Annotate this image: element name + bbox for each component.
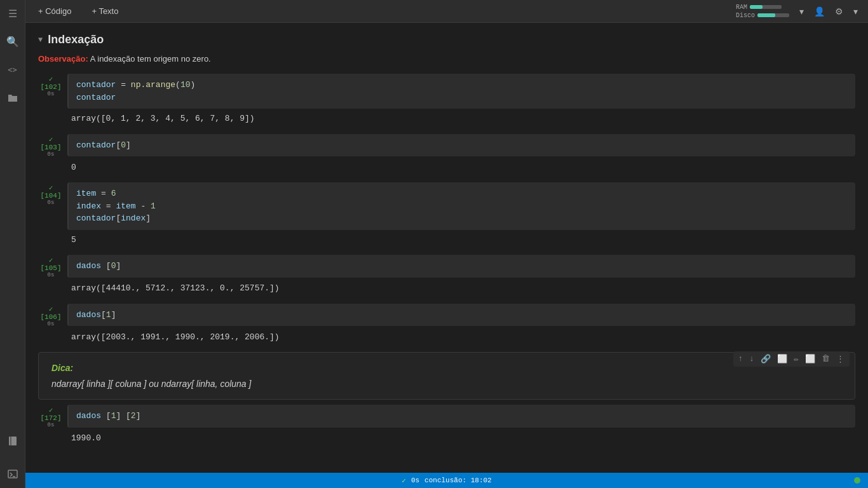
- more-icon[interactable]: ⋮: [835, 353, 846, 365]
- cell-172-output: 1990.0: [38, 428, 855, 449]
- disk-progress: [757, 13, 789, 17]
- section-header: ▼ Indexação: [38, 33, 855, 46]
- cell-104-check: ✓: [49, 184, 53, 192]
- cell-104-number: [104]: [40, 192, 61, 200]
- cell-103-code[interactable]: contador[0]: [67, 134, 855, 157]
- toolbar-right: RAM Disco ▾ 👤 ⚙ ▾: [736, 4, 860, 19]
- text-cell-dica: ↑ ↓ 🔗 ⬜ ✏ ⬜ 🗑 ⋮ Dica: ndarray[ linha ][ …: [38, 352, 855, 400]
- disk-fill: [757, 13, 775, 17]
- notebook-icon[interactable]: [4, 432, 22, 450]
- cell-105-check: ✓: [49, 256, 53, 264]
- cell-172-check: ✓: [49, 406, 53, 414]
- move-down-icon[interactable]: ↓: [748, 353, 756, 365]
- cell-104: ✓ [104] 0s item = 6 index = item - 1 con…: [38, 182, 855, 250]
- cell-106-code[interactable]: dados[1]: [67, 304, 855, 327]
- cell-102-check: ✓: [49, 75, 53, 83]
- cell-103-time: 0s: [48, 151, 55, 158]
- cell-106-time: 0s: [48, 321, 55, 327]
- observation: Observação: A indexação tem origem no ze…: [38, 54, 855, 64]
- users-icon-button[interactable]: 👤: [811, 5, 827, 18]
- dica-content: ndarray[ linha ][ coluna ] ou ndarray[ l…: [51, 379, 842, 389]
- obs-text: A indexação tem origem no zero.: [90, 54, 211, 64]
- disk-label: Disco: [736, 12, 755, 19]
- move-up-icon[interactable]: ↑: [737, 353, 745, 365]
- cell-172-indicator: ✓ [172] 0s: [38, 405, 64, 428]
- cell-105-time: 0s: [48, 272, 55, 278]
- menu-icon[interactable]: ☰: [4, 5, 22, 23]
- ram-disk-indicator: RAM Disco: [736, 4, 789, 19]
- toolbar-icons: ▾ 👤 ⚙ ▾: [797, 5, 860, 18]
- cell-102-indicator: ✓ [102] 0s: [38, 74, 64, 97]
- link-icon[interactable]: 🔗: [759, 353, 772, 365]
- cell-104-time: 0s: [48, 200, 55, 206]
- cell-103-check: ✓: [49, 135, 53, 144]
- duplicate-icon[interactable]: ⬜: [804, 353, 817, 365]
- svg-rect-0: [9, 437, 17, 445]
- status-bar: ✓ 0s conclusão: 18:02: [25, 473, 868, 488]
- cell-103-input: ✓ [103] 0s contador[0]: [38, 134, 855, 158]
- cell-172-input: ✓ [172] 0s dados [1] [2]: [38, 405, 855, 428]
- cell-105-input: ✓ [105] 0s dados [0]: [38, 255, 855, 278]
- cell-106-input: ✓ [106] 0s dados[1]: [38, 304, 855, 327]
- cell-105-indicator: ✓ [105] 0s: [38, 255, 64, 278]
- cell-102-time: 0s: [48, 91, 55, 97]
- cell-106: ✓ [106] 0s dados[1] array([2003., 1991.,…: [38, 304, 855, 348]
- cell-172-time: 0s: [48, 422, 55, 428]
- delete-icon[interactable]: 🗑: [820, 353, 831, 365]
- cell-103-output: 0: [38, 158, 855, 178]
- copy-icon[interactable]: ⬜: [776, 353, 789, 365]
- code-line: index = item - 1: [76, 200, 848, 213]
- cell-104-output: 5: [38, 230, 855, 250]
- main-container: + Código + Texto RAM Disco ▾: [25, 0, 868, 488]
- cell-102-number: [102]: [40, 83, 61, 91]
- toolbar-left: + Código + Texto: [33, 4, 123, 18]
- status-check: ✓: [402, 477, 406, 485]
- cell-172: ✓ [172] 0s dados [1] [2] 1990.0: [38, 405, 855, 449]
- code-line: dados [0]: [76, 260, 848, 273]
- disk-row: Disco: [736, 12, 789, 19]
- cell-103: ✓ [103] 0s contador[0] 0: [38, 134, 855, 178]
- cell-105: ✓ [105] 0s dados [0] array([44410., 5712…: [38, 255, 855, 299]
- section-title: Indexação: [48, 33, 104, 46]
- code-line: contador[index]: [76, 212, 848, 225]
- settings-button[interactable]: ⚙: [832, 5, 846, 18]
- add-text-button[interactable]: + Texto: [86, 4, 123, 18]
- cell-106-number: [106]: [40, 313, 61, 321]
- ram-label: RAM: [736, 4, 747, 11]
- edit-icon[interactable]: ✏: [792, 353, 800, 365]
- cell-105-code[interactable]: dados [0]: [67, 255, 855, 278]
- obs-label: Observação:: [38, 54, 88, 64]
- ram-fill: [750, 5, 763, 9]
- cell-102-input: ✓ [102] 0s contador = np.arange(10) cont…: [38, 74, 855, 109]
- notebook-content: ▼ Indexação Observação: A indexação tem …: [25, 23, 868, 473]
- cell-172-code[interactable]: dados [1] [2]: [67, 405, 855, 428]
- cell-106-indicator: ✓ [106] 0s: [38, 304, 64, 327]
- search-icon[interactable]: 🔍: [4, 33, 22, 51]
- cell-104-code[interactable]: item = 6 index = item - 1 contador[index…: [67, 182, 855, 230]
- code-line: contador = np.arange(10): [76, 79, 848, 92]
- cell-102-code[interactable]: contador = np.arange(10) contador: [67, 74, 855, 109]
- terminal-icon[interactable]: [4, 465, 22, 483]
- add-code-button[interactable]: + Código: [33, 4, 76, 18]
- status-dot: [854, 477, 860, 484]
- folder-icon[interactable]: [4, 89, 22, 107]
- dica-label: Dica:: [51, 363, 842, 374]
- section-toggle[interactable]: ▼: [38, 36, 43, 44]
- text-cell-toolbar: ↑ ↓ 🔗 ⬜ ✏ ⬜ 🗑 ⋮: [733, 351, 850, 367]
- sidebar: ☰ 🔍 <>: [0, 0, 25, 488]
- expand-button[interactable]: ▾: [851, 5, 860, 18]
- dropdown-button[interactable]: ▾: [797, 5, 806, 18]
- code-icon[interactable]: <>: [4, 61, 22, 79]
- ram-progress: [750, 5, 782, 9]
- cell-106-check: ✓: [49, 305, 53, 313]
- cell-106-output: array([2003., 1991., 1990., 2019., 2006.…: [38, 327, 855, 348]
- code-line: dados [1] [2]: [76, 410, 848, 423]
- code-line: contador[0]: [76, 139, 848, 152]
- cell-103-number: [103]: [40, 144, 61, 151]
- code-line: item = 6: [76, 187, 848, 200]
- cell-104-input: ✓ [104] 0s item = 6 index = item - 1 con…: [38, 182, 855, 230]
- status-conclusion: conclusão: 18:02: [424, 477, 492, 484]
- ram-row: RAM: [736, 4, 789, 11]
- cell-103-indicator: ✓ [103] 0s: [38, 134, 64, 158]
- cell-105-output: array([44410., 5712., 37123., 0., 25757.…: [38, 278, 855, 299]
